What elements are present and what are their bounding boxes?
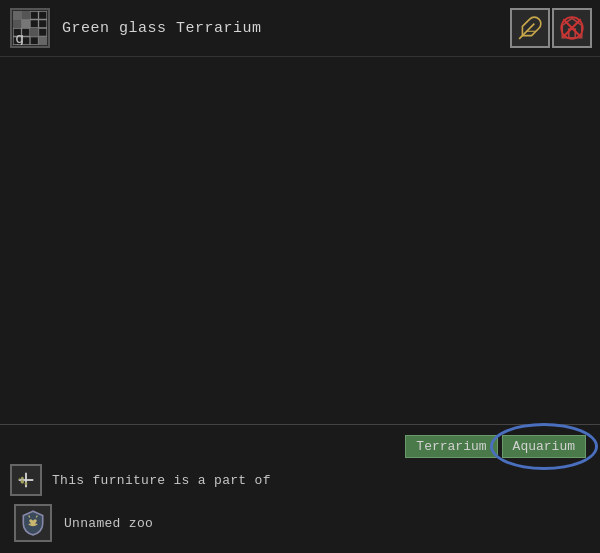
zoo-icon-box [14,504,52,542]
svg-text:g: g [15,29,24,45]
tags-row: Terrarium Aquarium [10,435,590,458]
svg-rect-14 [22,20,31,29]
svg-rect-15 [30,28,39,37]
svg-point-31 [30,520,35,525]
zoo-row: Unnamed zoo [10,504,590,542]
add-creature-icon-box [10,464,42,496]
feather-icon-box [510,8,550,48]
creature-add-icon [15,469,37,491]
feather-icon [517,15,543,41]
no-house-icon [559,15,585,41]
svg-point-28 [19,478,21,480]
bottom-panel: Terrarium Aquarium This fu [0,424,600,552]
svg-rect-16 [39,37,48,46]
aquarium-tag-button[interactable]: Aquarium [502,435,586,458]
item-title: Green glass Terrarium [62,20,262,37]
terrarium-pixel-icon: g [13,11,47,45]
furniture-info-row: This furniture is a part of [10,464,590,496]
furniture-part-of-text: This furniture is a part of [52,473,271,488]
zoo-name-text: Unnamed zoo [64,516,153,531]
main-content-area: Terrarium Aquarium This fu [0,57,600,552]
zoo-shield-icon [20,509,46,537]
top-right-icons-container [510,8,592,48]
svg-rect-12 [22,11,31,20]
svg-point-27 [25,482,28,485]
svg-point-26 [21,477,24,480]
svg-rect-13 [13,20,22,29]
terrarium-tag-button[interactable]: Terrarium [405,435,497,458]
svg-rect-11 [13,11,22,20]
no-house-icon-box [552,8,592,48]
svg-point-25 [21,480,25,484]
item-icon: g [10,8,50,48]
aquarium-wrapper: Aquarium [502,435,586,458]
